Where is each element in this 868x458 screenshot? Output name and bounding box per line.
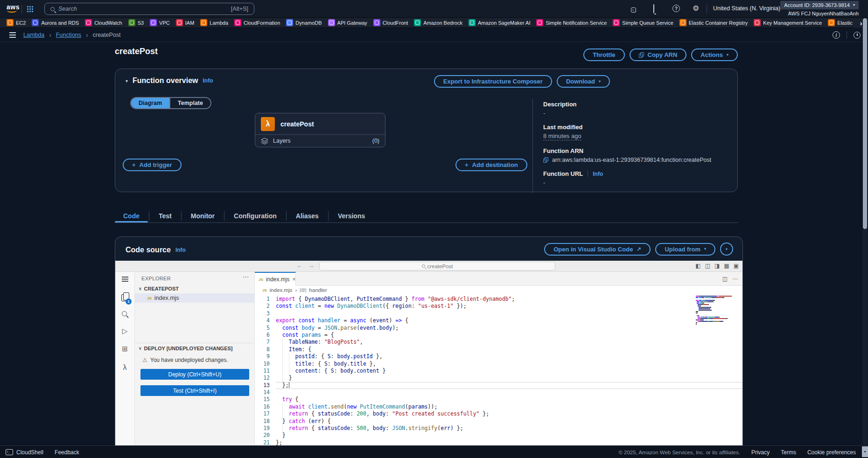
split-editor-icon[interactable]: ◫ [722, 276, 728, 282]
service-shortcut[interactable]: Lambda [200, 19, 228, 26]
settings-gear-icon[interactable]: ⚙ [693, 4, 699, 13]
code-line-4[interactable]: 4export const handler = async (event) =>… [255, 317, 742, 324]
feedback-button[interactable]: Feedback [55, 449, 79, 456]
segment-template[interactable]: Template [169, 98, 210, 108]
code-text[interactable]: Item: { [276, 346, 742, 353]
code-line-17[interactable]: 17 return { statusCode: 200, body: "Post… [255, 410, 742, 417]
account-menu[interactable]: Account ID: 2939-3673-9814 ▾ [780, 1, 859, 9]
code-text[interactable]: TableName: "BlogPosts", [276, 339, 742, 346]
layers-row[interactable]: Layers (0) [255, 135, 385, 147]
export-composer-button[interactable]: Export to Infrastructure Composer [434, 75, 552, 88]
code-text[interactable]: }; [276, 439, 742, 445]
last-modified-value[interactable]: 8 minutes ago [543, 132, 581, 140]
code-text[interactable]: import { DynamoDBClient, PutItemCommand … [276, 296, 742, 303]
collapse-caret-icon[interactable]: ▾ [126, 78, 128, 83]
service-shortcut[interactable]: API Gateway [328, 19, 367, 26]
toggle-sidebar-icon[interactable]: ◧ [695, 263, 700, 269]
service-shortcut[interactable]: Simple Queue Service [613, 19, 673, 26]
tab-index-mjs[interactable]: JS index.mjs × [255, 272, 296, 286]
code-text[interactable]: return { statusCode: 200, body: "Post cr… [276, 410, 742, 417]
code-text[interactable]: const client = new DynamoDBClient({ regi… [276, 303, 742, 310]
service-shortcut[interactable]: DynamoDB [286, 19, 322, 26]
notifications-bell-icon[interactable] [653, 5, 654, 13]
file-index-mjs[interactable]: JS index.mjs [135, 293, 254, 303]
info-link[interactable]: Info [593, 171, 603, 177]
code-text[interactable]: const body = JSON.parse(event.body); [276, 325, 742, 332]
tab-test[interactable]: Test [150, 209, 180, 222]
more-actions-icon[interactable]: ⋯ [732, 276, 738, 282]
service-shortcut[interactable]: Key Management Service [754, 19, 822, 26]
code-text[interactable]: const params = { [276, 332, 742, 339]
code-line-20[interactable]: 20 } [255, 432, 742, 439]
code-text[interactable]: }; [276, 382, 742, 389]
region-selector[interactable]: United States (N. Virginia) ▾ [713, 5, 785, 12]
apps-grid-icon[interactable] [27, 6, 33, 12]
minimap[interactable] [696, 296, 737, 325]
code-line-3[interactable]: 3 [255, 310, 742, 317]
toggle-panel-icon[interactable]: ◫ [705, 263, 710, 269]
more-actions-icon[interactable]: ⋯ [243, 273, 249, 280]
cloudshell-icon[interactable]: ›_ [631, 5, 636, 13]
fullscreen-icon[interactable]: ▣ [734, 263, 739, 269]
code-line-19[interactable]: 19 return { statusCode: 500, body: JSON.… [255, 425, 742, 432]
code-line-21[interactable]: 21}; [255, 439, 742, 445]
scrollbar-thumb[interactable] [863, 18, 867, 229]
code-line-15[interactable]: 15 try { [255, 396, 742, 403]
customize-layout-icon[interactable]: ▦ [724, 263, 729, 269]
extensions-view-icon[interactable]: ⊞ [115, 345, 134, 353]
info-panel-icon[interactable]: i [833, 31, 840, 39]
menu-icon[interactable] [122, 277, 128, 278]
tab-code[interactable]: Code [115, 209, 148, 222]
tab-aliases[interactable]: Aliases [287, 209, 327, 222]
add-trigger-button[interactable]: +Add trigger [123, 159, 182, 171]
service-shortcut[interactable]: EC2 [7, 19, 26, 26]
service-shortcut[interactable]: VPC [150, 19, 170, 26]
service-shortcut[interactable]: Amazon SageMaker AI [469, 19, 531, 26]
editor-breadcrumbs[interactable]: JS index.mjs › [@] handler [255, 286, 742, 294]
help-icon[interactable]: ? [672, 5, 680, 12]
function-diagram-node[interactable]: λ createPost Layers (0) [255, 113, 385, 147]
actions-button[interactable]: Actions▾ [691, 49, 738, 61]
code-line-8[interactable]: 8 Item: { [255, 346, 742, 353]
code-line-14[interactable]: 14 [255, 389, 742, 396]
lambda-view-icon[interactable]: λ [115, 363, 134, 372]
code-text[interactable]: try { [276, 396, 742, 403]
deploy-section[interactable]: ∨ DEPLOY [UNDEPLOYED CHANGES] [139, 346, 232, 351]
segment-diagram[interactable]: Diagram [131, 98, 169, 108]
menu-icon[interactable] [9, 32, 16, 33]
run-debug-view-icon[interactable]: ▷ [115, 327, 134, 335]
code-text[interactable]: export const handler = async (event) => … [276, 317, 742, 324]
code-text[interactable]: postId: { S: body.postId }, [276, 353, 742, 360]
tab-monitor[interactable]: Monitor [182, 209, 223, 222]
copy-arn-button[interactable]: Copy ARN [630, 49, 687, 61]
code-line-11[interactable]: 11 content: { S: body.content } [255, 368, 742, 375]
service-shortcut[interactable]: CloudWatch [85, 19, 122, 26]
page-scrollbar[interactable] [862, 18, 868, 445]
footer-link-terms[interactable]: Terms [781, 449, 796, 456]
code-text[interactable]: title: { S: body.title }, [276, 361, 742, 368]
service-shortcut[interactable]: Elastic Container Registry [679, 19, 748, 26]
scrollbar-down-arrow[interactable]: ▼ [862, 446, 868, 457]
copy-icon[interactable] [543, 157, 548, 163]
code-line-12[interactable]: 12 } [255, 375, 742, 382]
code-line-16[interactable]: 16 await client.send(new PutItemCommand(… [255, 403, 742, 410]
more-options-button[interactable]: ▾ [720, 243, 733, 256]
add-destination-button[interactable]: +Add destination [455, 159, 527, 171]
code-text[interactable]: return { statusCode: 500, body: JSON.str… [276, 425, 742, 432]
toggle-secondary-sidebar-icon[interactable]: ◨ [714, 263, 720, 269]
tab-configuration[interactable]: Configuration [225, 209, 285, 222]
editor-command-center[interactable]: createPost [319, 262, 555, 271]
upload-from-button[interactable]: Upload from▾ [655, 243, 715, 256]
code-line-13[interactable]: 13 }; [255, 382, 742, 389]
search-view-icon[interactable] [122, 311, 127, 316]
test-button[interactable]: Test (Ctrl+Shift+I) [140, 385, 249, 396]
code-text[interactable]: } catch (err) { [276, 418, 742, 425]
service-shortcut[interactable]: CloudFormation [234, 19, 280, 26]
code-line-10[interactable]: 10 title: { S: body.title }, [255, 361, 742, 368]
info-link[interactable]: Info [203, 77, 213, 84]
code-line-1[interactable]: 1import { DynamoDBClient, PutItemCommand… [255, 296, 742, 303]
code-text[interactable]: } [276, 375, 742, 382]
forward-arrow-icon[interactable]: → [308, 262, 314, 269]
code-line-2[interactable]: 2const client = new DynamoDBClient({ reg… [255, 303, 742, 310]
clock-icon[interactable] [854, 32, 861, 39]
